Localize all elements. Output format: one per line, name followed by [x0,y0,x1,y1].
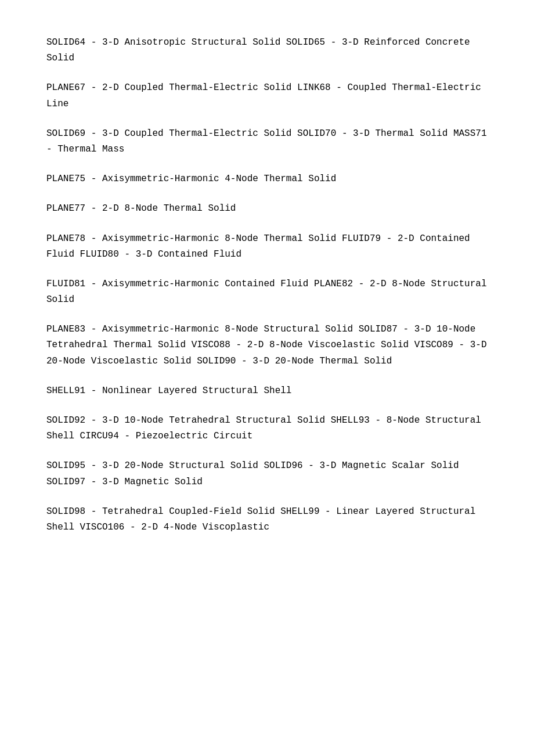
paragraph-12: SOLID98 - Tetrahedral Coupled-Field Soli… [46,504,488,535]
paragraph-4: PLANE75 - Axisymmetric-Harmonic 4-Node T… [46,171,488,187]
paragraph-2: PLANE67 - 2-D Coupled Thermal-Electric S… [46,80,488,111]
paragraph-3: SOLID69 - 3-D Coupled Thermal-Electric S… [46,126,488,157]
paragraph-10: SOLID92 - 3-D 10-Node Tetrahedral Struct… [46,413,488,444]
paragraph-text-9: SHELL91 - Nonlinear Layered Structural S… [46,383,488,399]
paragraph-text-4: PLANE75 - Axisymmetric-Harmonic 4-Node T… [46,171,488,187]
paragraph-text-5: PLANE77 - 2-D 8-Node Thermal Solid [46,201,488,217]
paragraph-11: SOLID95 - 3-D 20-Node Structural Solid S… [46,458,488,489]
paragraph-text-2: PLANE67 - 2-D Coupled Thermal-Electric S… [46,80,488,111]
paragraph-text-1: SOLID64 - 3-D Anisotropic Structural Sol… [46,35,488,66]
paragraph-7: FLUID81 - Axisymmetric-Harmonic Containe… [46,276,488,308]
paragraph-text-10: SOLID92 - 3-D 10-Node Tetrahedral Struct… [46,413,488,444]
paragraph-text-7: FLUID81 - Axisymmetric-Harmonic Containe… [46,276,488,308]
paragraph-5: PLANE77 - 2-D 8-Node Thermal Solid [46,201,488,217]
paragraph-1: SOLID64 - 3-D Anisotropic Structural Sol… [46,35,488,66]
paragraph-6: PLANE78 - Axisymmetric-Harmonic 8-Node T… [46,231,488,262]
main-content: SOLID64 - 3-D Anisotropic Structural Sol… [46,35,488,535]
paragraph-9: SHELL91 - Nonlinear Layered Structural S… [46,383,488,399]
paragraph-text-8: PLANE83 - Axisymmetric-Harmonic 8-Node S… [46,322,488,369]
paragraph-text-11: SOLID95 - 3-D 20-Node Structural Solid S… [46,458,488,489]
paragraph-text-12: SOLID98 - Tetrahedral Coupled-Field Soli… [46,504,488,535]
paragraph-8: PLANE83 - Axisymmetric-Harmonic 8-Node S… [46,322,488,369]
paragraph-text-6: PLANE78 - Axisymmetric-Harmonic 8-Node T… [46,231,488,262]
paragraph-text-3: SOLID69 - 3-D Coupled Thermal-Electric S… [46,126,488,157]
